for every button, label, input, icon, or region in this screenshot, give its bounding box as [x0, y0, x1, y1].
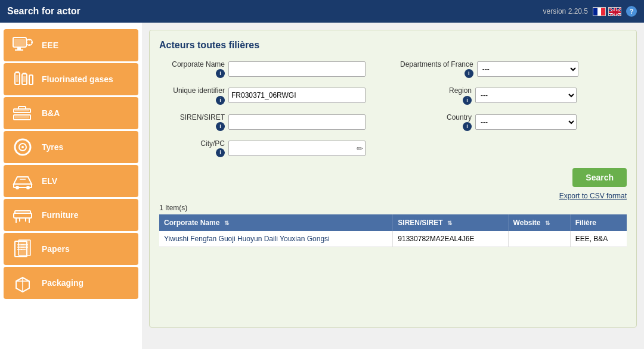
main-layout: EEE Fluorinated gases: [0, 23, 644, 349]
sidebar-item-packaging-label: Packaging: [42, 278, 83, 288]
page-title: Search for actor: [7, 6, 80, 17]
svg-rect-12: [15, 49, 23, 51]
col-website[interactable]: Website ⇅: [508, 214, 570, 231]
sort-icon-corporate-name: ⇅: [224, 220, 229, 226]
svg-rect-29: [18, 107, 26, 109]
sidebar-item-tyres-label: Tyres: [42, 142, 63, 152]
packaging-icon: [10, 272, 36, 294]
country-row: Country i ---: [400, 113, 627, 131]
svg-rect-26: [15, 110, 29, 111]
furniture-icon: [10, 204, 36, 226]
country-label: Country i: [400, 113, 472, 131]
unique-identifier-input[interactable]: [228, 88, 366, 103]
siren-info-icon[interactable]: i: [216, 122, 225, 131]
panel-title: Acteurs toutes filières: [159, 40, 627, 51]
sidebar-item-tyres[interactable]: Tyres: [4, 131, 138, 163]
city-pc-input[interactable]: [228, 141, 366, 156]
unique-identifier-row: Unique identifier i: [159, 86, 386, 104]
city-pc-label: City/PC i: [159, 139, 225, 157]
country-select[interactable]: ---: [475, 114, 577, 130]
svg-rect-28: [15, 116, 29, 119]
svg-rect-11: [17, 47, 21, 49]
form-right: Departments of France i --- Region i: [400, 60, 627, 161]
city-pc-info-icon[interactable]: i: [216, 148, 225, 157]
svg-rect-22: [29, 75, 33, 85]
region-select[interactable]: ---: [475, 88, 577, 103]
country-info-icon[interactable]: i: [463, 122, 472, 131]
export-csv-link[interactable]: Export to CSV format: [559, 192, 627, 200]
sidebar-item-fluorinated-gases[interactable]: Fluorinated gases: [4, 63, 138, 95]
search-form: Corporate Name i Unique identifier i: [159, 60, 627, 161]
tyres-icon: [10, 136, 36, 158]
corporate-name-input[interactable]: [228, 61, 366, 77]
sidebar-item-elv-label: ELV: [42, 176, 57, 186]
svg-rect-38: [15, 211, 30, 213]
help-icon[interactable]: ?: [626, 6, 637, 17]
city-pc-input-wrap: ✏: [228, 141, 366, 156]
pencil-icon[interactable]: ✏: [357, 144, 363, 153]
departments-label: Departments of France i: [400, 60, 473, 78]
bna-icon: [10, 102, 36, 124]
departments-info-icon[interactable]: i: [465, 69, 473, 78]
sidebar-item-furniture-label: Furniture: [42, 210, 78, 220]
svg-point-32: [21, 146, 24, 148]
sidebar-item-papers-label: Papers: [42, 244, 70, 254]
sidebar-item-bna[interactable]: B&A: [4, 97, 138, 129]
svg-rect-37: [14, 213, 32, 218]
col-siren-siret[interactable]: SIREN/SIRET ⇅: [393, 214, 508, 231]
flag-uk-icon[interactable]: [608, 7, 621, 16]
svg-rect-21: [23, 76, 26, 82]
region-info-icon[interactable]: i: [463, 96, 472, 105]
sort-icon-siren: ⇅: [447, 220, 452, 226]
search-btn-row: Search: [159, 168, 627, 187]
cell-corporate-name: Yiwushi Fengfan Guoji Huoyun Daili Youxi…: [159, 231, 393, 247]
table-row[interactable]: Yiwushi Fengfan Guoji Huoyun Daili Youxi…: [159, 231, 627, 247]
content-area: Acteurs toutes filières Corporate Name i: [142, 23, 644, 349]
fluorinated-gases-icon: [10, 68, 36, 91]
sidebar-item-bna-label: B&A: [42, 108, 60, 119]
city-pc-row: City/PC i ✏: [159, 139, 386, 157]
siren-input[interactable]: [228, 114, 366, 130]
siren-label: SIREN/SIRET i: [159, 113, 225, 131]
siren-row: SIREN/SIRET i: [159, 113, 386, 131]
sidebar-item-papers[interactable]: Papers: [4, 233, 138, 265]
region-label: Region i: [400, 86, 472, 104]
departments-select[interactable]: ---: [477, 61, 578, 77]
table-header-row: Corporate Name ⇅ SIREN/SIRET ⇅ Website ⇅: [159, 214, 627, 231]
corporate-name-row: Corporate Name i: [159, 60, 386, 78]
region-row: Region i ---: [400, 86, 627, 104]
sidebar: EEE Fluorinated gases: [0, 23, 142, 349]
svg-rect-19: [16, 75, 18, 82]
papers-icon: [10, 238, 36, 260]
unique-identifier-label: Unique identifier i: [159, 86, 225, 104]
sidebar-item-furniture[interactable]: Furniture: [4, 199, 138, 231]
top-bar-right: version 2.20.5 ?: [543, 6, 637, 17]
top-bar: Search for actor version 2.20.5 ?: [0, 0, 644, 23]
cell-filiere: EEE, B&A: [570, 231, 627, 247]
svg-rect-10: [14, 39, 25, 46]
search-panel: Acteurs toutes filières Corporate Name i: [149, 30, 637, 328]
eee-icon: [10, 34, 36, 57]
svg-point-35: [26, 186, 30, 189]
unique-identifier-info-icon[interactable]: i: [216, 96, 225, 105]
sidebar-item-elv[interactable]: ELV: [4, 165, 138, 197]
cell-siren-siret: 91330782MA2EAL4J6E: [393, 231, 508, 247]
svg-point-34: [16, 186, 19, 189]
col-corporate-name[interactable]: Corporate Name ⇅: [159, 214, 393, 231]
sidebar-item-eee-label: EEE: [42, 40, 58, 51]
elv-icon: [10, 170, 36, 192]
form-left: Corporate Name i Unique identifier i: [159, 60, 386, 161]
results-count: 1 Item(s): [159, 204, 627, 212]
sidebar-item-eee[interactable]: EEE: [4, 29, 138, 61]
svg-rect-47: [18, 240, 30, 255]
sidebar-item-packaging[interactable]: Packaging: [4, 267, 138, 299]
search-button[interactable]: Search: [572, 168, 627, 187]
results-table: Corporate Name ⇅ SIREN/SIRET ⇅ Website ⇅: [159, 214, 627, 247]
departments-row: Departments of France i ---: [400, 60, 627, 78]
corporate-name-info-icon[interactable]: i: [216, 69, 225, 78]
flag-fr-icon[interactable]: [593, 7, 606, 16]
cell-website: [508, 231, 570, 247]
col-filiere[interactable]: Filière: [570, 214, 627, 231]
corporate-name-label: Corporate Name i: [159, 60, 225, 78]
export-row: Export to CSV format: [159, 192, 627, 200]
